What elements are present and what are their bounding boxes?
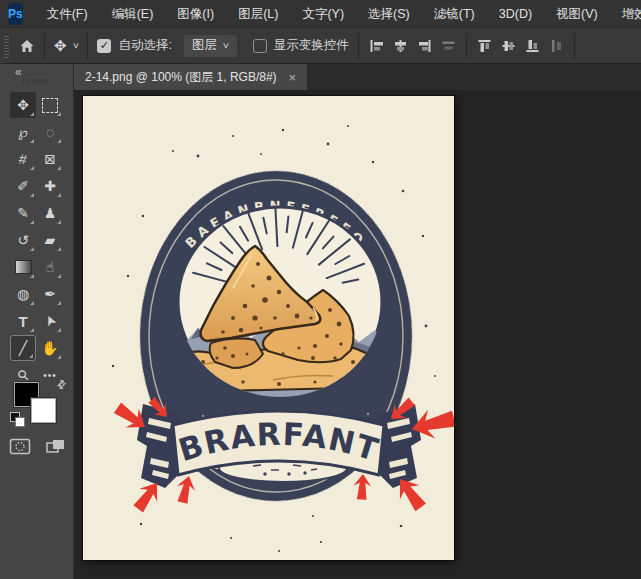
show-transform-checkbox[interactable] bbox=[253, 39, 267, 53]
background-color-swatch[interactable] bbox=[31, 398, 56, 423]
tool-smudge[interactable]: ☝ bbox=[37, 254, 63, 280]
tool-eyedropper[interactable]: ✐ bbox=[10, 173, 36, 199]
photoshop-window: Ps 文件(F) 编辑(E) 图像(I) 图层(L) 文字(Y) 选择(S) 滤… bbox=[0, 0, 641, 579]
tool-history-brush[interactable]: ↺ bbox=[10, 227, 36, 253]
tool-lasso[interactable]: ℘ bbox=[10, 119, 36, 145]
tool-healing-brush[interactable]: ✚ bbox=[37, 173, 63, 199]
tools-panel: « ✥ ℘ ◌ # ⊠ ✐ ✚ ✎ ♟ ↺ ▰ ☝ ◍ ✒ T ➤ bbox=[0, 64, 74, 579]
separator bbox=[44, 33, 45, 59]
marquee-icon bbox=[42, 98, 58, 113]
workspace: 2-14.png @ 100% (图层 1, RGB/8#) × bbox=[74, 64, 641, 579]
chevron-down-icon: ∨ bbox=[71, 41, 79, 50]
menu-edit[interactable]: 编辑(E) bbox=[100, 0, 166, 28]
tool-frame[interactable]: ⊠ bbox=[37, 146, 63, 172]
collapse-panel-button[interactable]: « bbox=[15, 65, 21, 79]
menu-bar: Ps 文件(F) 编辑(E) 图像(I) 图层(L) 文字(Y) 选择(S) 滤… bbox=[0, 0, 641, 28]
gradient-icon bbox=[15, 260, 32, 274]
color-swatches: ⇄ bbox=[12, 382, 62, 432]
close-tab-icon[interactable]: × bbox=[289, 70, 297, 85]
menu-file[interactable]: 文件(F) bbox=[35, 0, 100, 28]
tool-type[interactable]: T bbox=[10, 308, 36, 334]
menu-layer[interactable]: 图层(L) bbox=[226, 0, 290, 28]
tool-crop[interactable]: # bbox=[10, 146, 36, 172]
tool-object-selection[interactable]: ◌ bbox=[37, 119, 63, 145]
tool-hand[interactable]: ✋ bbox=[37, 335, 63, 361]
align-buttons-vertical bbox=[476, 38, 565, 54]
menu-image[interactable]: 图像(I) bbox=[165, 0, 226, 28]
tool-sponge[interactable]: ◍ bbox=[10, 281, 36, 307]
menu-filter[interactable]: 滤镜(T) bbox=[422, 0, 487, 28]
screen-mode-icon[interactable] bbox=[45, 438, 67, 459]
logo-artwork: BAEANBNEEREEO bbox=[83, 96, 454, 560]
align-vertical-center-icon[interactable] bbox=[500, 38, 517, 54]
separator bbox=[574, 33, 575, 59]
tool-clone-stamp[interactable]: ♟ bbox=[37, 200, 63, 226]
options-bar: ✥ ∨ ✓ 自动选择: 图层 ∨ 显示变换控件 bbox=[0, 28, 641, 64]
options-bar-grip[interactable] bbox=[4, 34, 9, 58]
dropdown-value: 图层 bbox=[192, 37, 217, 54]
move-tool-preset[interactable]: ✥ ∨ bbox=[54, 37, 78, 55]
separator bbox=[87, 33, 88, 59]
tool-gradient[interactable] bbox=[10, 254, 36, 280]
menu-plugins[interactable]: 增效工具 bbox=[610, 0, 641, 28]
tool-eraser[interactable]: ▰ bbox=[37, 227, 63, 253]
tool-brush[interactable]: ✎ bbox=[10, 200, 36, 226]
show-transform-label: 显示变换控件 bbox=[274, 37, 349, 54]
align-buttons bbox=[368, 38, 457, 54]
document-canvas[interactable]: BAEANBNEEREEO bbox=[83, 96, 454, 560]
align-left-icon[interactable] bbox=[368, 38, 385, 54]
chevron-down-icon: ∨ bbox=[222, 41, 230, 50]
document-tab-bar: 2-14.png @ 100% (图层 1, RGB/8#) × bbox=[74, 64, 641, 90]
auto-select-checkbox[interactable]: ✓ bbox=[97, 39, 111, 53]
tool-line[interactable]: ╱ bbox=[10, 335, 36, 361]
distribute-vertical-icon[interactable] bbox=[548, 38, 565, 54]
document-tab[interactable]: 2-14.png @ 100% (图层 1, RGB/8#) × bbox=[74, 64, 307, 90]
align-top-icon[interactable] bbox=[476, 38, 493, 54]
home-icon[interactable] bbox=[19, 38, 35, 54]
separator bbox=[358, 33, 359, 59]
menu-select[interactable]: 选择(S) bbox=[356, 0, 422, 28]
menu-type[interactable]: 文字(Y) bbox=[290, 0, 356, 28]
default-colors-icon[interactable] bbox=[10, 412, 24, 426]
menu-3d[interactable]: 3D(D) bbox=[487, 0, 544, 28]
document-tab-title: 2-14.png @ 100% (图层 1, RGB/8#) bbox=[85, 69, 277, 86]
separator bbox=[466, 33, 467, 59]
tool-move[interactable]: ✥ bbox=[10, 92, 36, 118]
tool-path-selection[interactable]: ➤ bbox=[37, 308, 63, 334]
distribute-horizontal-icon[interactable] bbox=[440, 38, 457, 54]
tools-grid: ✥ ℘ ◌ # ⊠ ✐ ✚ ✎ ♟ ↺ ▰ ☝ ◍ ✒ T ➤ ╱ ✋ ⚲ bbox=[10, 92, 63, 388]
tool-rectangular-marquee[interactable] bbox=[37, 92, 63, 118]
move-tool-icon: ✥ bbox=[54, 37, 67, 55]
align-horizontal-center-icon[interactable] bbox=[392, 38, 409, 54]
align-right-icon[interactable] bbox=[416, 38, 433, 54]
align-bottom-icon[interactable] bbox=[524, 38, 541, 54]
swap-colors-icon[interactable]: ⇄ bbox=[54, 377, 70, 393]
menu-view[interactable]: 视图(V) bbox=[544, 0, 610, 28]
auto-select-target-dropdown[interactable]: 图层 ∨ bbox=[184, 35, 237, 57]
tool-pen[interactable]: ✒ bbox=[37, 281, 63, 307]
photoshop-logo-icon[interactable]: Ps bbox=[8, 3, 23, 25]
quick-mask-icon[interactable] bbox=[9, 438, 31, 459]
canvas-pasteboard[interactable]: BAEANBNEEREEO bbox=[74, 90, 641, 579]
auto-select-label: 自动选择: bbox=[118, 37, 171, 54]
panel-grip[interactable] bbox=[23, 79, 49, 84]
